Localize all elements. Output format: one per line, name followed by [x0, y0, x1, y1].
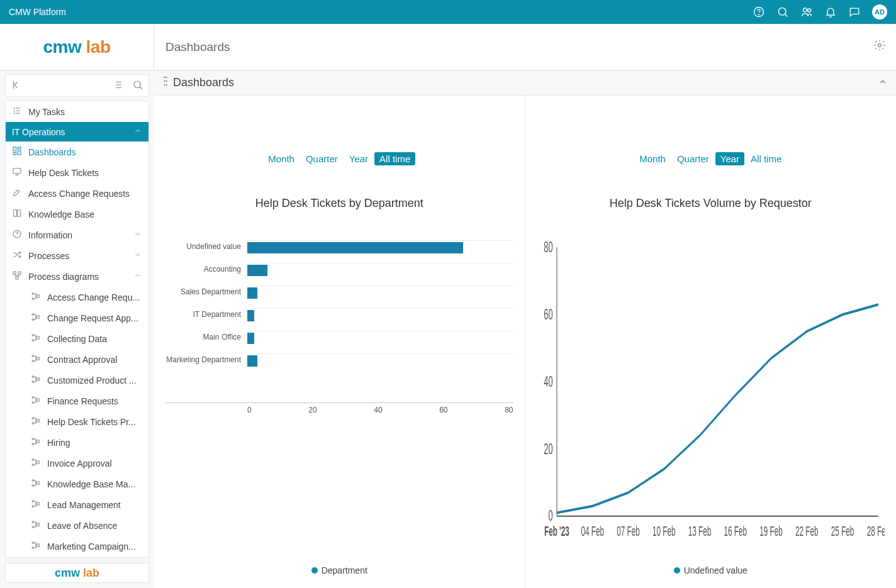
sidebar-item-access-change-requ[interactable]: Access Change Requ...: [6, 287, 148, 308]
svg-point-26: [32, 360, 34, 362]
svg-rect-14: [18, 272, 21, 274]
bar-track: [247, 308, 513, 321]
bar-fill[interactable]: [247, 333, 254, 344]
svg-point-55: [164, 77, 165, 78]
sidebar-item-my-tasks[interactable]: My Tasks: [6, 101, 148, 122]
bar-row: Marketing Department: [247, 348, 513, 371]
sidebar-item-label: Information: [28, 230, 127, 240]
time-tab-year[interactable]: Year: [344, 152, 373, 165]
time-tab-year[interactable]: Year: [715, 152, 744, 165]
flow-icon: [31, 436, 41, 448]
time-tab-all-time[interactable]: All time: [746, 152, 787, 165]
svg-point-34: [32, 418, 34, 419]
collapse-section-icon[interactable]: [878, 77, 887, 88]
bar-label: Sales Department: [165, 287, 241, 296]
sidebar-item-label: Help Desk Tickets Pr...: [47, 417, 142, 427]
drag-handle-icon[interactable]: [163, 76, 168, 89]
sidebar-item-finance-requests[interactable]: Finance Requests: [6, 391, 148, 411]
help-icon[interactable]: [753, 6, 765, 18]
app-title: CMW Platform: [9, 7, 66, 17]
chevron-down-icon: [133, 230, 142, 240]
time-tab-all-time[interactable]: All time: [374, 152, 415, 165]
svg-point-2: [778, 8, 786, 15]
sidebar-item-label: IT Operations: [12, 127, 127, 137]
sidebar-item-label: Contract Approval: [47, 355, 142, 365]
gear-icon[interactable]: [873, 39, 886, 55]
sidebar-item-it-operations[interactable]: IT Operations: [6, 122, 148, 141]
svg-rect-36: [36, 419, 39, 422]
flow-icon: [31, 291, 41, 303]
sidebar-item-label: Change Request App...: [47, 313, 142, 323]
time-tab-month[interactable]: Month: [634, 152, 671, 165]
svg-point-57: [164, 84, 165, 86]
bar-fill[interactable]: [247, 310, 254, 321]
diagram-icon: [12, 270, 22, 282]
time-tab-quarter[interactable]: Quarter: [672, 152, 714, 165]
sidebar-item-help-desk-tickets-pr[interactable]: Help Desk Tickets Pr...: [6, 411, 148, 432]
time-tab-month[interactable]: Month: [263, 152, 300, 165]
collapse-sidebar-icon[interactable]: [11, 79, 22, 92]
sidebar-item-dashboards[interactable]: Dashboards: [6, 141, 148, 162]
sidebar-item-hiring[interactable]: Hiring: [6, 432, 148, 453]
sidebar-item-information[interactable]: Information: [6, 225, 148, 245]
avatar[interactable]: AD: [872, 4, 887, 19]
chart-title-1: Help Desk Tickets by Department: [165, 197, 513, 210]
bar-fill[interactable]: [247, 265, 267, 276]
list-icon[interactable]: [112, 79, 123, 92]
sidebar-item-leave-of-absence[interactable]: Leave of Absence: [6, 515, 148, 536]
x-tick: 25 Feb: [831, 523, 853, 539]
sidebar-item-access-change-requests[interactable]: Access Change Requests: [6, 183, 148, 204]
bell-icon[interactable]: [824, 6, 837, 18]
svg-point-58: [165, 77, 167, 78]
bar-label: Main Office: [165, 333, 241, 341]
main-header: Dashboards: [154, 70, 896, 96]
footer-logo[interactable]: cmw lab: [5, 563, 149, 583]
bar-row: Sales Department: [247, 280, 513, 303]
sidebar-item-collecting-data[interactable]: Collecting Data: [6, 328, 148, 349]
search-sidebar-icon[interactable]: [132, 79, 143, 92]
svg-point-3: [804, 8, 807, 12]
time-tab-quarter[interactable]: Quarter: [301, 152, 343, 165]
sidebar-item-help-desk-tickets[interactable]: Help Desk Tickets: [6, 162, 148, 183]
sidebar-item-label: Process diagrams: [28, 272, 127, 282]
chat-icon[interactable]: [848, 6, 861, 18]
svg-point-32: [32, 402, 34, 404]
svg-rect-13: [13, 272, 16, 274]
dashboard-icon: [12, 146, 22, 158]
line-series[interactable]: [556, 304, 878, 513]
legend-dot-icon: [311, 567, 318, 574]
y-tick: 0: [548, 508, 552, 524]
sidebar-item-marketing-campaign[interactable]: Marketing Campaign...: [6, 536, 148, 557]
bar-label: IT Department: [165, 310, 241, 319]
sidebar-item-customized-product[interactable]: Customized Product ...: [6, 370, 148, 391]
sidebar-item-change-request-app[interactable]: Change Request App...: [6, 308, 148, 328]
svg-point-25: [32, 355, 34, 357]
sidebar: My TasksIT OperationsDashboardsHelp Desk…: [0, 70, 154, 588]
sidebar-item-contract-approval[interactable]: Contract Approval: [6, 349, 148, 370]
sidebar-item-process-diagrams[interactable]: Process diagrams: [6, 266, 148, 287]
svg-point-22: [32, 335, 34, 336]
dashboard-panel-2: MonthQuarterYearAll time Help Desk Ticke…: [525, 96, 897, 588]
svg-point-6: [134, 81, 141, 88]
legend-dot-icon: [674, 567, 680, 574]
svg-rect-18: [36, 295, 39, 297]
bar-track: [247, 240, 513, 253]
search-icon[interactable]: [776, 6, 789, 18]
logo[interactable]: cmw lab: [0, 24, 154, 70]
bar-fill[interactable]: [247, 355, 257, 367]
sidebar-item-label: Marketing Campaign...: [47, 541, 142, 552]
sidebar-item-label: Access Change Requests: [28, 189, 142, 199]
bar-fill[interactable]: [247, 242, 463, 253]
x-tick: 10 Feb: [652, 523, 675, 539]
svg-point-44: [32, 485, 34, 487]
sidebar-item-processes[interactable]: Processes: [6, 245, 148, 266]
sidebar-item-knowledge-base-ma[interactable]: Knowledge Base Ma...: [6, 474, 148, 494]
bar-fill[interactable]: [247, 287, 257, 299]
sidebar-item-label: My Tasks: [28, 107, 142, 117]
sidebar-item-lead-management[interactable]: Lead Management: [6, 494, 148, 515]
sidebar-item-invoice-approval[interactable]: Invoice Approval: [6, 453, 148, 474]
svg-rect-7: [13, 147, 16, 151]
sidebar-item-knowledge-base[interactable]: Knowledge Base: [6, 204, 148, 225]
sidebar-item-label: Collecting Data: [47, 334, 142, 344]
users-icon[interactable]: [800, 6, 813, 18]
